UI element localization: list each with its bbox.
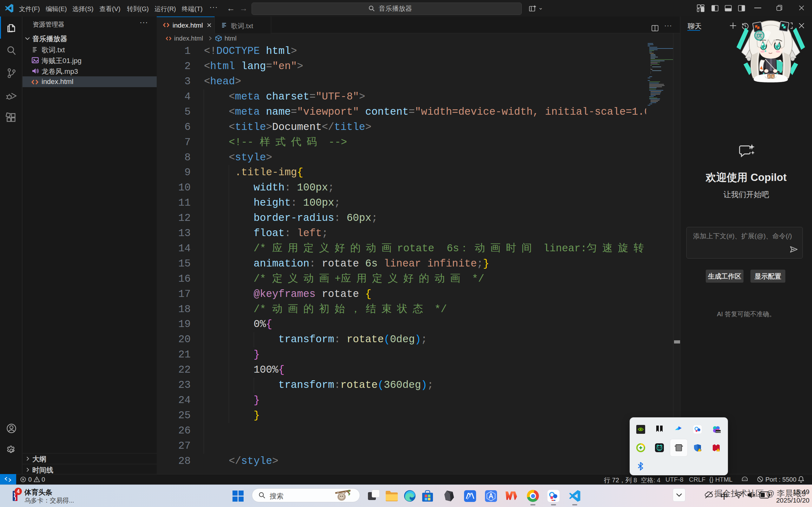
svg-text:M365: M365 — [716, 431, 721, 433]
